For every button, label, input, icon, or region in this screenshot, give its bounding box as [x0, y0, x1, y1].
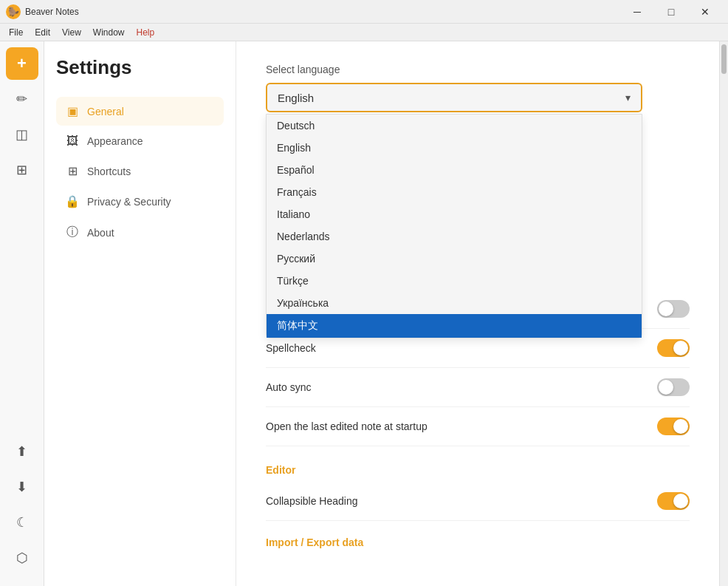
nav-label-general: General — [87, 106, 124, 117]
menu-help[interactable]: Help — [131, 26, 161, 39]
lang-option-espanol[interactable]: Español — [267, 159, 642, 181]
content-area: Settings ▣ General 🖼 Appearance ⊞ Shortc… — [44, 41, 728, 586]
open-last-note-knob — [673, 419, 688, 434]
menu-file[interactable]: File — [3, 26, 29, 39]
minimize-button[interactable]: ─ — [620, 0, 654, 24]
icon-sidebar: + ✏ ◫ ⊞ ⬆ ⬇ ☾ ⬡ — [0, 41, 44, 586]
language-selected-value: English — [278, 92, 314, 104]
menu-edit[interactable]: Edit — [29, 26, 56, 39]
collapsible-heading-row: Collapsible Heading — [266, 482, 690, 521]
privacy-icon: 🔒 — [65, 194, 80, 208]
spellcheck-label: Spellcheck — [266, 342, 316, 354]
nav-label-about: About — [87, 227, 114, 239]
about-icon: ⓘ — [65, 225, 80, 240]
import-export-label[interactable]: Import / Export data — [266, 536, 363, 548]
hide-sync-reminder-knob — [659, 301, 673, 316]
import-export-section: Import / Export data — [266, 536, 690, 549]
nav-sidebar: Settings ▣ General 🖼 Appearance ⊞ Shortc… — [44, 41, 236, 586]
add-button[interactable]: + — [6, 47, 38, 80]
menu-view[interactable]: View — [56, 26, 87, 39]
panel-button[interactable]: ◫ — [6, 118, 38, 151]
lang-option-russian[interactable]: Русский — [267, 248, 642, 270]
nav-label-privacy: Privacy & Security — [87, 196, 171, 208]
hide-sync-reminder-toggle[interactable] — [657, 300, 690, 318]
lang-option-english[interactable]: English — [267, 137, 642, 159]
nav-label-appearance: Appearance — [87, 135, 143, 147]
nav-item-appearance[interactable]: 🖼 Appearance — [56, 127, 224, 155]
import-button[interactable]: ⬇ — [6, 471, 38, 503]
dark-mode-button[interactable]: ☾ — [6, 506, 38, 539]
settings-title: Settings — [56, 56, 224, 79]
icon-sidebar-bottom: ⬆ ⬇ ☾ ⬡ — [6, 435, 38, 580]
editor-section-header: Editor — [266, 464, 690, 476]
language-select-wrapper: English ▾ Deutsch English Español França… — [266, 83, 690, 112]
title-bar: 🦫 Beaver Notes ─ □ ✕ — [0, 0, 728, 24]
spellcheck-knob — [673, 341, 688, 355]
edit-button[interactable]: ✏ — [6, 83, 38, 115]
title-bar-controls: ─ □ ✕ — [620, 0, 722, 24]
nav-item-general[interactable]: ▣ General — [56, 97, 224, 126]
auto-sync-label: Auto sync — [266, 381, 311, 393]
menu-bar: File Edit View Window Help — [0, 24, 728, 41]
app-icon: 🦫 — [6, 4, 21, 19]
title-bar-left: 🦫 Beaver Notes — [6, 4, 79, 19]
lang-option-deutsch[interactable]: Deutsch — [267, 115, 642, 137]
menu-window[interactable]: Window — [87, 26, 131, 39]
settings-main: Select language English ▾ Deutsch Englis… — [236, 41, 719, 586]
grid-button[interactable]: ⊞ — [6, 154, 38, 186]
open-last-note-row: Open the last edited note at startup — [266, 407, 690, 446]
auto-sync-row: Auto sync — [266, 368, 690, 407]
lang-option-francais[interactable]: Français — [267, 181, 642, 203]
auto-sync-toggle[interactable] — [657, 378, 690, 396]
nav-item-privacy-security[interactable]: 🔒 Privacy & Security — [56, 187, 224, 216]
export-button[interactable]: ⬆ — [6, 435, 38, 468]
app-body: + ✏ ◫ ⊞ ⬆ ⬇ ☾ ⬡ Settings ▣ General 🖼 App… — [0, 41, 728, 586]
language-dropdown: Deutsch English Español Français Italian… — [266, 114, 642, 338]
shortcuts-icon: ⊞ — [65, 164, 80, 178]
nav-item-about[interactable]: ⓘ About — [56, 217, 224, 248]
lang-option-nederlands[interactable]: Nederlands — [267, 225, 642, 248]
open-last-note-toggle[interactable] — [657, 418, 690, 435]
app-title: Beaver Notes — [25, 7, 79, 17]
general-icon: ▣ — [65, 104, 80, 118]
open-last-note-label: Open the last edited note at startup — [266, 420, 427, 432]
hex-button[interactable]: ⬡ — [6, 542, 38, 574]
collapsible-heading-label: Collapsible Heading — [266, 495, 358, 507]
lang-option-italiano[interactable]: Italiano — [267, 203, 642, 225]
appearance-icon: 🖼 — [65, 134, 80, 148]
collapsible-heading-knob — [673, 494, 688, 508]
dropdown-arrow-icon: ▾ — [625, 92, 631, 103]
nav-item-shortcuts[interactable]: ⊞ Shortcuts — [56, 157, 224, 185]
right-scrollbar[interactable] — [719, 41, 728, 586]
lang-option-ukrainian[interactable]: Українська — [267, 292, 642, 314]
scrollbar-thumb — [721, 44, 727, 74]
collapsible-heading-toggle[interactable] — [657, 492, 690, 510]
lang-option-chinese[interactable]: 简体中文 — [267, 314, 642, 338]
language-section-label: Select language — [266, 64, 690, 75]
spellcheck-toggle[interactable] — [657, 339, 690, 357]
nav-label-shortcuts: Shortcuts — [87, 166, 131, 177]
lang-option-turkce[interactable]: Türkçe — [267, 270, 642, 292]
auto-sync-knob — [659, 380, 673, 395]
language-select-display[interactable]: English ▾ — [266, 83, 642, 112]
maximize-button[interactable]: □ — [654, 0, 688, 24]
close-button[interactable]: ✕ — [688, 0, 722, 24]
